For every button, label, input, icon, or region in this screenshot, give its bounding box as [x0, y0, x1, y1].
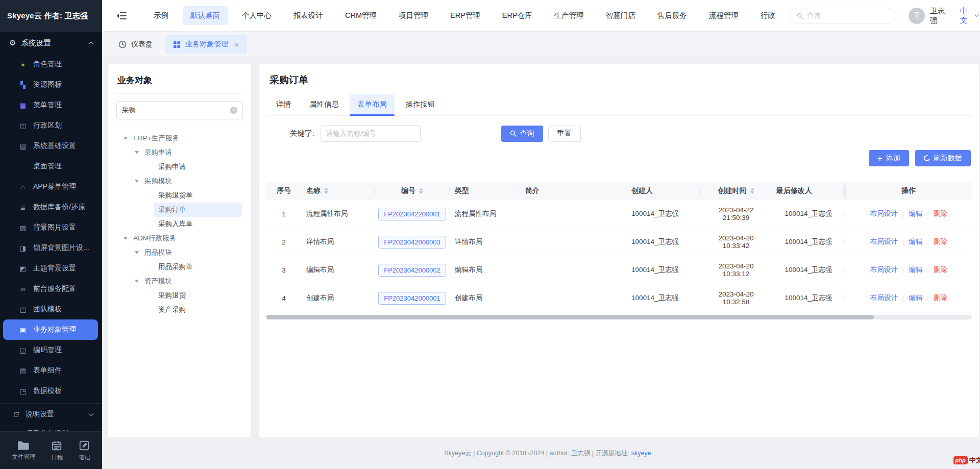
sort-icon[interactable] [324, 188, 328, 194]
tree-node-asset-module[interactable]: 资产模块 [116, 274, 243, 288]
nav-item-workflow[interactable]: 流程管理 [701, 6, 746, 25]
sidebar-item-resource-icons[interactable]: ▚ 资源图标 [0, 75, 102, 95]
sidebar-item-menu-manage[interactable]: ▦ 菜单管理 [0, 95, 102, 115]
tab-business-object-manage[interactable]: 业务对象管理 [165, 35, 247, 54]
tab-attributes[interactable]: 属性信息 [302, 94, 347, 115]
sidebar-item-bg-image[interactable]: ▧ 背景图片设置 [0, 217, 102, 238]
tree-node-asset-purchase[interactable]: 资产采购 [116, 303, 243, 317]
tab-dashboard[interactable]: 仪表盘 [110, 35, 161, 54]
nav-item-erp-warehouse[interactable]: ERP仓库 [495, 6, 540, 25]
tree-node-supplies-purchase[interactable]: 用品采购单 [116, 260, 243, 274]
tree-search-input[interactable] [122, 107, 230, 114]
sidebar-item-data-template[interactable]: ◳ 数据模板 [0, 381, 102, 401]
nav-item-example[interactable]: 示例 [146, 6, 176, 25]
nav-item-administration[interactable]: 行政 [753, 6, 783, 25]
nav-item-crm[interactable]: CRM管理 [337, 6, 384, 25]
keyword-input[interactable] [326, 130, 415, 137]
sidebar-item-team-template[interactable]: ◰ 团队模板 [0, 299, 102, 319]
cell-type: 创建布局 [450, 293, 520, 303]
sidebar-item-lockscreen-bg[interactable]: ◨ 锁屏背景图片设... [0, 238, 102, 258]
sidebar-item-role-manage[interactable]: ● 角色管理 [0, 54, 102, 75]
sidebar-item-system-base[interactable]: ▤ 系统基础设置 [0, 136, 102, 156]
edit-link[interactable]: 编辑 [909, 293, 922, 303]
col-name[interactable]: 名称 [301, 182, 375, 200]
add-button[interactable]: 添加 [869, 150, 909, 166]
refresh-button[interactable]: 刷新数据 [915, 150, 971, 166]
sidebar-item-db-backup[interactable]: ≣ 数据库备份/还原 [0, 197, 102, 217]
sidebar-item-form-component[interactable]: ▤ 表单组件 [0, 360, 102, 381]
nav-item-production[interactable]: 生产管理 [547, 6, 592, 25]
sidebar-section-instructions[interactable]: ⊡ 说明设置 [0, 403, 102, 424]
col-created-at[interactable]: 创建时间 [701, 182, 771, 200]
tree-node-erp-production[interactable]: ERP+生产服务 [116, 131, 243, 145]
sidebar-item-theme-bg[interactable]: ◩ 主题背景设置 [0, 258, 102, 279]
sort-icon[interactable] [419, 188, 423, 194]
avatar[interactable]: 卫 [909, 8, 925, 24]
col-code[interactable]: 编号 [375, 182, 450, 200]
sidebar-section-project-plan[interactable]: ▥ 项目业务规划 [0, 424, 102, 431]
search-button[interactable]: 查询 [501, 126, 543, 142]
tree-node-purchase-module[interactable]: 采购模块 [116, 174, 243, 188]
dock-item-files[interactable]: 文件管理 [12, 440, 35, 461]
edit-link[interactable]: 编辑 [909, 209, 922, 218]
calendar-icon [51, 440, 62, 451]
sidebar-item-code-manage[interactable]: ◲ 编码管理 [0, 340, 102, 360]
nav-item-after-sales[interactable]: 售后服务 [650, 6, 695, 25]
code-chip[interactable]: FP2023042000003 [378, 236, 446, 249]
tree-node-purchase-inbound[interactable]: 采购入库单 [116, 217, 243, 231]
layout-design-link[interactable]: 布局设计 [870, 209, 898, 218]
sidebar-section-system-settings[interactable]: ⚙ 系统设置 [0, 32, 102, 54]
language-switch[interactable]: 中文 [960, 6, 978, 26]
cell-creator: 100014_卫志强 [626, 293, 701, 303]
global-search-input[interactable] [807, 12, 888, 19]
reset-button[interactable]: 重置 [548, 126, 581, 142]
delete-link[interactable]: 删除 [934, 209, 947, 218]
layout-design-link[interactable]: 布局设计 [870, 265, 898, 275]
nav-item-erp[interactable]: ERP管理 [443, 6, 488, 25]
tree-node-purchase-return[interactable]: 采购退货 [116, 288, 243, 303]
cell-index: 4 [266, 294, 301, 302]
clear-icon[interactable] [230, 107, 237, 114]
delete-link[interactable]: 删除 [934, 293, 947, 303]
scrollbar-thumb[interactable] [266, 315, 874, 319]
code-chip[interactable]: FP2023042200001 [378, 208, 446, 220]
layout-design-link[interactable]: 布局设计 [870, 293, 898, 303]
sidebar-item-business-object[interactable]: ▣ 业务对象管理 [3, 319, 98, 340]
refresh-button-label: 刷新数据 [934, 154, 962, 163]
sidebar-item-desktop-manage[interactable]: 桌面管理 [0, 156, 102, 177]
tree-node-purchase-request-group[interactable]: 采购申请 [116, 145, 243, 160]
delete-link[interactable]: 删除 [934, 237, 947, 246]
code-chip[interactable]: FP2023042000001 [378, 292, 446, 305]
cell-modifier: 100014_卫志强 [771, 293, 846, 303]
nav-item-default-desktop[interactable]: 默认桌面 [183, 6, 228, 25]
dock-item-notes[interactable]: 笔记 [79, 440, 90, 461]
dock-item-schedule[interactable]: 日程 [51, 440, 63, 461]
close-tab-icon[interactable] [234, 41, 239, 48]
tree-node-purchase-order-selected[interactable]: 采购订单 [154, 203, 242, 217]
theme-background-icon: ◩ [17, 265, 29, 273]
delete-link[interactable]: 删除 [934, 265, 947, 275]
skyeye-link[interactable]: skyeye [631, 450, 651, 457]
nav-item-personal-center[interactable]: 个人中心 [234, 6, 279, 25]
tree-node-purchase-request[interactable]: 采购申请 [116, 160, 243, 174]
cell-modifier: 100014_卫志强 [771, 265, 846, 275]
collapse-menu-icon[interactable] [116, 12, 127, 20]
sidebar-item-admin-region[interactable]: ◫ 行政区划 [0, 115, 102, 136]
tree-node-purchase-return-order[interactable]: 采购退货单 [116, 188, 243, 203]
sort-icon[interactable] [750, 188, 754, 194]
tab-detail[interactable]: 详情 [268, 94, 299, 115]
tree-node-adm-service[interactable]: ADM行政服务 [116, 231, 243, 245]
nav-item-smart-store[interactable]: 智慧门店 [598, 6, 643, 25]
edit-link[interactable]: 编辑 [909, 265, 922, 275]
layout-design-link[interactable]: 布局设计 [870, 237, 898, 246]
tab-action-buttons[interactable]: 操作按钮 [398, 94, 443, 115]
edit-link[interactable]: 编辑 [909, 237, 922, 246]
code-chip[interactable]: FP2023042000002 [378, 264, 446, 277]
tab-form-layout[interactable]: 表单布局 [350, 94, 395, 115]
sidebar-item-frontend-service[interactable]: ∞ 前台服务配置 [0, 279, 102, 299]
nav-item-report-design[interactable]: 报表设计 [286, 6, 331, 25]
tree-node-supplies-module[interactable]: 用品模块 [116, 245, 243, 260]
user-name[interactable]: 卫志强 [930, 6, 949, 26]
sidebar-item-app-menu[interactable]: ⌂ APP菜单管理 [0, 177, 102, 197]
nav-item-project[interactable]: 项目管理 [391, 6, 436, 25]
